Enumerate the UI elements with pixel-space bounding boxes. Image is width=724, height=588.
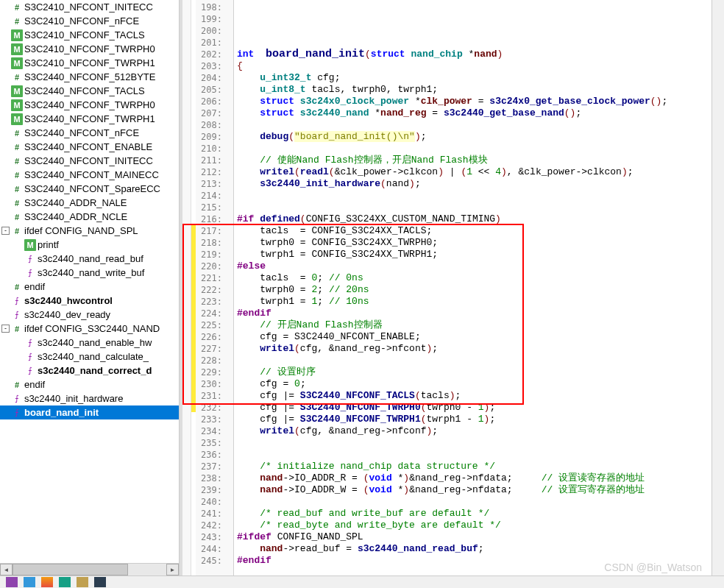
code-area[interactable]: int board_nand_init(struct nand_chip *na… [234,0,711,575]
tree-item[interactable]: #S3C2440_NFCONT_ENABLE [0,140,179,154]
code-line[interactable] [237,119,711,131]
outline-tree[interactable]: #S3C2410_NFCONT_INITECC#S3C2410_NFCONF_n… [0,0,179,419]
tree-item[interactable]: #S3C2440_NFCONF_512BYTE [0,70,179,84]
code-line[interactable]: /* read_buf and write_buf are default */ [237,508,711,520]
code-line[interactable]: #endif [237,308,711,319]
code-line[interactable]: cfg = 0; [237,378,711,390]
code-line[interactable]: // 使能Nand Flash控制器，开启Nand Flash模块 [237,155,711,166]
tree-item[interactable]: ⨍s3c2440_init_hardware [0,392,179,405]
code-line[interactable] [237,202,711,213]
code-line[interactable] [237,449,711,461]
tree-item[interactable]: MS3C2410_NFCONF_TWRPH1 [0,56,179,70]
code-line[interactable]: twrph0 = CONFIG_S3C24XX_TWRPH0; [237,237,711,249]
code-line[interactable]: cfg |= S3C2440_NFCONF_TACLS(tacls); [237,390,711,402]
tree-item[interactable]: ⨍s3c2440_nand_calculate_ [0,350,179,364]
tree-item[interactable]: #S3C2410_NFCONT_INITECC [0,0,179,14]
tree-item[interactable]: MS3C2410_NFCONF_TACLS [0,28,179,42]
tree-item[interactable]: ⨍s3c2440_hwcontrol [0,294,179,308]
define-icon: # [11,169,23,181]
scroll-right-button[interactable]: ► [166,564,179,575]
editor-vscroll[interactable] [711,0,724,575]
tree-item[interactable]: MS3C2440_NFCONF_TWRPH1 [0,112,179,126]
code-line[interactable]: twrph0 = 2; // 20ns [237,284,711,296]
tree-item[interactable]: #endif [0,378,179,392]
tree-item[interactable]: MS3C2410_NFCONF_TWRPH0 [0,42,179,56]
code-line[interactable]: struct s3c2440_nand *nand_reg = s3c2440_… [237,107,711,119]
code-line[interactable] [237,496,711,508]
tree-item[interactable]: #S3C2440_NFCONT_nFCE [0,126,179,140]
code-line[interactable] [237,355,711,366]
code-line[interactable] [237,37,711,49]
tree-item[interactable]: MS3C2440_NFCONF_TWRPH0 [0,98,179,112]
code-line[interactable]: twrph1 = 1; // 10ns [237,296,711,308]
define-icon: # [11,15,23,27]
tree-item[interactable]: Mprintf [0,238,179,252]
code-line[interactable]: #if defined(CONFIG_S3C24XX_CUSTOM_NAND_T… [237,213,711,225]
code-editor[interactable]: 1981992002012022032042052062072082092102… [182,0,724,575]
code-line[interactable] [237,437,711,449]
tree-item-label: board_nand_init [24,407,99,418]
code-line[interactable]: nand->IO_ADDR_W = (void *)&nand_reg->nfd… [237,484,711,496]
code-line[interactable]: // 设置时序 [237,366,711,378]
tree-item[interactable]: ⨍board_nand_init [0,405,179,419]
define-icon: # [11,197,23,209]
tree-item[interactable]: #S3C2440_NFCONT_INITECC [0,154,179,168]
code-line[interactable]: u_int32_t cfg; [237,72,711,84]
status-icon-4[interactable] [59,577,71,587]
code-line[interactable]: twrph1 = CONFIG_S3C24XX_TWRPH1; [237,249,711,261]
tree-item[interactable]: -#ifdef CONFIG_S3C2440_NAND [0,322,179,336]
expand-toggle[interactable]: - [1,325,10,333]
code-line[interactable]: int board_nand_init(struct nand_chip *na… [237,49,711,60]
code-line[interactable]: u_int8_t tacls, twrph0, twrph1; [237,84,711,96]
status-icon-5[interactable] [77,577,88,587]
tree-item[interactable]: ⨍s3c2440_nand_write_buf [0,266,179,280]
code-line[interactable]: /* read_byte and write_byte are default … [237,520,711,531]
code-line[interactable] [237,190,711,202]
tree-item[interactable]: #S3C2440_ADDR_NCLE [0,210,179,224]
code-line[interactable]: cfg |= S3C2440_NFCONF_TWRPH0(twrph0 - 1)… [237,402,711,414]
tree-item[interactable]: ⨍s3c2440_nand_enable_hw [0,336,179,350]
code-line[interactable]: writel(readl(&clk_power->clkcon) | (1 <<… [237,166,711,178]
code-line[interactable]: /* initialize nand_chip data structure *… [237,461,711,472]
tree-item[interactable]: #S3C2410_NFCONF_nFCE [0,14,179,28]
code-line[interactable]: nand->IO_ADDR_R = (void *)&nand_reg->nfd… [237,472,711,484]
scroll-left-button[interactable]: ◄ [0,564,13,575]
scroll-thumb[interactable] [13,564,128,575]
tree-item[interactable]: ⨍s3c2440_nand_read_buf [0,252,179,266]
code-line[interactable]: #ifdef CONFIG_NAND_SPL [237,531,711,543]
code-line[interactable]: cfg |= S3C2440_NFCONF_TWRPH1(twrph1 - 1)… [237,414,711,425]
code-line[interactable]: writel(cfg, &nand_reg->nfconf); [237,425,711,437]
tree-item[interactable]: #S3C2440_ADDR_NALE [0,196,179,210]
code-line[interactable]: struct s3c24x0_clock_power *clk_power = … [237,96,711,107]
status-icon-1[interactable] [6,577,18,587]
code-line[interactable]: tacls = 0; // 0ns [237,272,711,284]
scroll-track[interactable] [13,564,166,575]
code-line[interactable]: s3c2440_init_hardware(nand); [237,178,711,190]
tree-item[interactable]: MS3C2440_NFCONF_TACLS [0,84,179,98]
tree-item[interactable]: #endif [0,280,179,294]
status-icon-3[interactable] [41,577,53,587]
code-line[interactable]: nand->read_buf = s3c2440_nand_read_buf; [237,543,711,555]
tree-item[interactable]: ⨍s3c2440_nand_correct_d [0,364,179,378]
code-line[interactable]: debug("board_nand_init()\n"); [237,131,711,143]
tree-item[interactable]: ⨍s3c2440_dev_ready [0,308,179,322]
sidebar-hscroll[interactable]: ◄ ► [0,563,179,575]
code-line[interactable]: // 开启Nand Flash控制器 [237,319,711,331]
tree-item-label: S3C2440_NFCONF_TWRPH1 [24,113,155,124]
tree-item[interactable]: -#ifdef CONFIG_NAND_SPL [0,224,179,238]
code-line[interactable]: cfg = S3C2440_NFCONT_ENABLE; [237,331,711,343]
code-line[interactable]: tacls = CONFIG_S3C24XX_TACLS; [237,225,711,237]
function-icon: ⨍ [11,295,23,307]
status-icon-6[interactable] [94,577,106,587]
code-line[interactable] [237,143,711,155]
code-line[interactable]: writel(cfg, &nand_reg->nfcont); [237,343,711,355]
macro-icon: M [11,43,23,55]
tree-item[interactable]: #S3C2440_NFCONT_SpareECC [0,182,179,196]
tree-item[interactable]: #S3C2440_NFCONT_MAINECC [0,168,179,182]
status-icon-2[interactable] [24,577,35,587]
code-line[interactable]: #else [237,261,711,272]
tree-item-label: S3C2440_NFCONF_TACLS [24,85,145,96]
code-line[interactable]: { [237,60,711,72]
expand-toggle[interactable]: - [1,227,10,235]
fold-gutter[interactable] [225,0,234,575]
